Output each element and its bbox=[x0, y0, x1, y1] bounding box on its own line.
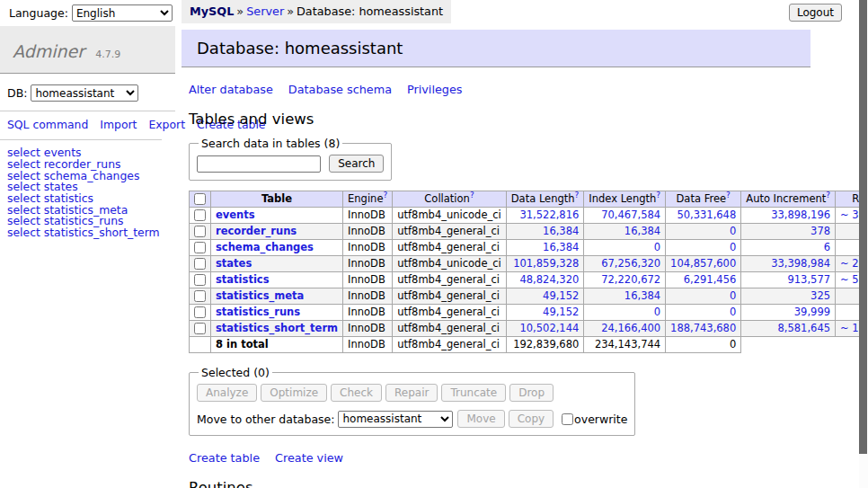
auto_increment-link[interactable]: 33,398,984 bbox=[771, 257, 830, 270]
data_free-link[interactable]: 0 bbox=[730, 289, 736, 302]
column-hint-link[interactable]: ? bbox=[470, 191, 474, 200]
auto_increment-link[interactable]: 913,577 bbox=[787, 273, 830, 286]
drop-button[interactable]: Drop bbox=[509, 384, 554, 402]
cell-auto_increment: 39,999 bbox=[741, 305, 836, 321]
db-select[interactable]: homeassistant bbox=[31, 84, 138, 102]
column-header-table: Table bbox=[211, 191, 343, 208]
table-link-recorder-runs[interactable]: recorder_runs bbox=[216, 225, 297, 237]
selected-fieldset: Selected (0) AnalyzeOptimizeCheckRepairT… bbox=[189, 366, 635, 436]
index_length-link[interactable]: 72,220,672 bbox=[601, 273, 660, 286]
check-button[interactable]: Check bbox=[331, 384, 382, 402]
column-hint-link[interactable]: ? bbox=[726, 191, 731, 200]
language-select[interactable]: English bbox=[72, 4, 173, 22]
sidebar-link-import[interactable]: Import bbox=[100, 118, 137, 131]
index_length-link[interactable]: 70,467,584 bbox=[601, 209, 660, 221]
move-button[interactable]: Move bbox=[457, 410, 504, 428]
optimize-button[interactable]: Optimize bbox=[261, 384, 327, 402]
index_length-link[interactable]: 16,384 bbox=[624, 289, 660, 302]
column-hint-link[interactable]: ? bbox=[656, 191, 660, 200]
search-button[interactable]: Search bbox=[329, 155, 384, 173]
data_length-link[interactable]: 16,384 bbox=[543, 241, 579, 253]
row-checkbox[interactable] bbox=[194, 258, 206, 270]
row-select-cell bbox=[190, 224, 211, 240]
footer-empty-cell bbox=[190, 337, 211, 353]
table-name-cell: statistics_short_term bbox=[211, 321, 343, 337]
db-action-alter-database[interactable]: Alter database bbox=[189, 83, 273, 96]
cell-auto_increment: 33,398,984 bbox=[741, 256, 836, 272]
table-link-statistics-short-term[interactable]: statistics_short_term bbox=[216, 322, 338, 334]
sidebar-link-sql-command[interactable]: SQL command bbox=[7, 118, 88, 131]
create-link-create-table[interactable]: Create table bbox=[189, 451, 260, 465]
select-all-checkbox[interactable] bbox=[194, 193, 206, 205]
data_free-link[interactable]: 6,291,456 bbox=[684, 273, 737, 286]
truncate-button[interactable]: Truncate bbox=[441, 384, 506, 402]
data_length-link[interactable]: 10,502,144 bbox=[519, 322, 579, 334]
logout-button[interactable]: Logout bbox=[789, 4, 842, 22]
row-checkbox[interactable] bbox=[194, 274, 206, 286]
table-link-states[interactable]: states bbox=[216, 257, 252, 270]
column-hint-link[interactable]: ? bbox=[383, 191, 387, 200]
data_free-link[interactable]: 50,331,648 bbox=[677, 209, 736, 221]
overwrite-checkbox[interactable] bbox=[562, 413, 573, 425]
index_length-link[interactable]: 24,166,400 bbox=[601, 322, 660, 334]
column-hint-link[interactable]: ? bbox=[826, 191, 830, 200]
index_length-link[interactable]: 67,256,320 bbox=[601, 257, 660, 270]
adminer-brand-link[interactable]: Adminer bbox=[13, 41, 84, 61]
db-action-database-schema[interactable]: Database schema bbox=[288, 83, 392, 96]
data_length-link[interactable]: 49,152 bbox=[543, 306, 579, 318]
data_length-link[interactable]: 31,522,816 bbox=[519, 209, 579, 221]
data_length-link[interactable]: 101,859,328 bbox=[513, 257, 579, 270]
data_free-link[interactable]: 0 bbox=[730, 306, 736, 318]
adminer-page: Language:English Adminer 4.7.9 DB:homeas… bbox=[0, 0, 868, 488]
data_free-link[interactable]: 0 bbox=[730, 225, 736, 237]
row-checkbox[interactable] bbox=[194, 323, 206, 334]
move-db-select[interactable]: homeassistant bbox=[338, 411, 453, 428]
sidebar-link-export[interactable]: Export bbox=[148, 118, 185, 131]
analyze-button[interactable]: Analyze bbox=[197, 384, 257, 402]
column-hint-link[interactable]: ? bbox=[575, 191, 580, 200]
index_length-link[interactable]: 16,384 bbox=[624, 225, 660, 237]
table-link-statistics[interactable]: statistics bbox=[216, 273, 270, 286]
table-row: statistics_short_termInnoDButf8mb4_gener… bbox=[190, 321, 868, 337]
row-checkbox[interactable] bbox=[194, 306, 206, 318]
table-link-statistics-meta[interactable]: statistics_meta bbox=[216, 289, 304, 302]
repair-button[interactable]: Repair bbox=[385, 384, 438, 402]
row-select-cell bbox=[190, 272, 211, 288]
table-link-events[interactable]: events bbox=[216, 209, 255, 221]
index_length-link[interactable]: 0 bbox=[654, 306, 660, 318]
search-input[interactable] bbox=[197, 155, 321, 173]
row-checkbox[interactable] bbox=[194, 226, 206, 237]
copy-button[interactable]: Copy bbox=[509, 410, 554, 428]
breadcrumb-server-link[interactable]: Server bbox=[246, 4, 284, 18]
auto_increment-link[interactable]: 6 bbox=[824, 241, 830, 253]
data_free-link[interactable]: 188,743,680 bbox=[670, 322, 736, 334]
cell-engine: InnoDB bbox=[343, 321, 393, 337]
table-link-schema-changes[interactable]: schema_changes bbox=[216, 241, 314, 253]
auto_increment-link[interactable]: 39,999 bbox=[794, 306, 830, 318]
breadcrumb-mysql-link[interactable]: MySQL bbox=[190, 4, 234, 18]
auto_increment-link[interactable]: 8,581,645 bbox=[778, 322, 831, 334]
index_length-link[interactable]: 0 bbox=[654, 241, 660, 253]
auto_increment-link[interactable]: 378 bbox=[810, 225, 830, 237]
scrollbar-thumb[interactable] bbox=[859, 0, 867, 454]
auto_increment-link[interactable]: 325 bbox=[810, 289, 830, 302]
data_free-link[interactable]: 104,857,600 bbox=[670, 257, 736, 270]
db-label: DB: bbox=[7, 86, 27, 100]
table-link-statistics-runs[interactable]: statistics_runs bbox=[216, 306, 300, 318]
sidebar-select-statistics-short-term[interactable]: select statistics_short_term bbox=[7, 226, 160, 239]
data_length-link[interactable]: 49,152 bbox=[543, 289, 579, 302]
scrollbar-track[interactable] bbox=[859, 0, 868, 488]
data_free-link[interactable]: 0 bbox=[730, 241, 736, 253]
row-select-cell bbox=[190, 256, 211, 272]
auto_increment-link[interactable]: 33,898,196 bbox=[771, 209, 830, 221]
db-action-privileges[interactable]: Privileges bbox=[407, 83, 463, 96]
create-link-create-view[interactable]: Create view bbox=[275, 451, 343, 465]
row-checkbox[interactable] bbox=[194, 209, 206, 221]
create-links-row: Create tableCreate view bbox=[189, 451, 810, 465]
cell-data_length: 10,502,144 bbox=[506, 321, 584, 337]
row-checkbox[interactable] bbox=[194, 290, 206, 302]
data_length-link[interactable]: 16,384 bbox=[543, 225, 579, 237]
table-row: statesInnoDButf8mb4_unicode_ci101,859,32… bbox=[190, 256, 868, 272]
data_length-link[interactable]: 48,824,320 bbox=[519, 273, 579, 286]
row-checkbox[interactable] bbox=[194, 242, 206, 253]
